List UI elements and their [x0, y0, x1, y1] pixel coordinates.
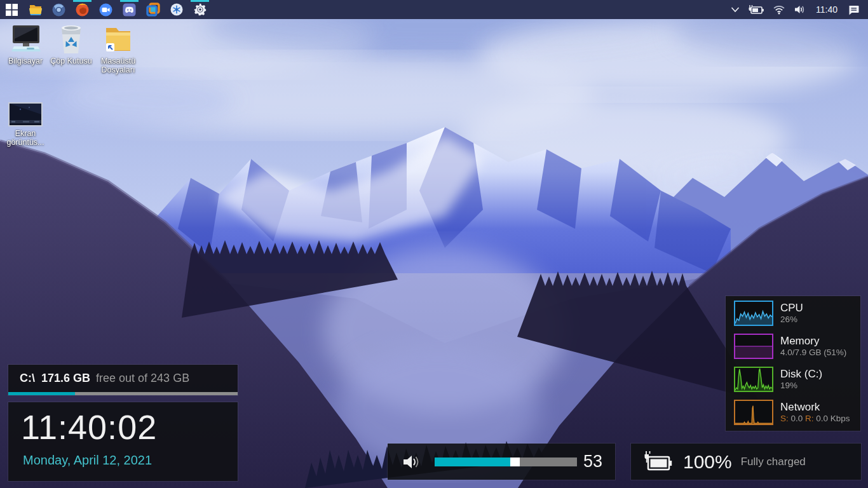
network-sent-value: 0.0	[789, 414, 805, 423]
screenshot-thumbnail-icon	[8, 102, 43, 127]
monitor-label: Disk (C:)	[780, 368, 822, 380]
monitor-label: Network	[780, 401, 850, 413]
monitor-value: 26%	[780, 314, 803, 325]
chromium-browser-icon	[52, 3, 65, 17]
memory-graph	[734, 334, 773, 359]
desktop-icon-desktop-files[interactable]: Masaüstü Dosyaları	[94, 23, 142, 74]
disk-widget[interactable]: C:\ 171.6 GB free out of 243 GB	[8, 365, 238, 395]
tray-battery-button[interactable]	[746, 0, 766, 19]
firefox-active-indicator	[73, 0, 92, 2]
monitor-label: CPU	[780, 302, 803, 314]
taskbar-pinned-apps	[0, 0, 212, 19]
vmware-icon	[146, 3, 160, 17]
desktop-icon-label: Bilgisayar	[8, 57, 43, 65]
action-center-icon	[848, 4, 860, 16]
tray-volume-button[interactable]	[792, 0, 808, 19]
tray-wifi-button[interactable]	[771, 0, 787, 19]
tray-time-label: 11:40	[816, 4, 837, 15]
disk-free-value: 171.6 GB	[41, 372, 90, 385]
volume-slider[interactable]	[435, 458, 577, 466]
disk-drive-label: C:\	[20, 372, 35, 385]
disk-usage-bar	[8, 392, 238, 395]
system-monitor-widget[interactable]: CPU 26% Memory 4.0/7.9 GB (51%) Disk (C:…	[726, 296, 860, 431]
speaker-icon	[402, 453, 421, 471]
disk-free-text: free out of 243 GB	[96, 372, 189, 385]
file-explorer-icon	[29, 3, 43, 16]
tray-clock[interactable]: 11:40	[812, 0, 841, 19]
zoom-button[interactable]	[94, 0, 118, 19]
tray-chevron-button[interactable]	[729, 0, 742, 19]
speaker-icon	[794, 4, 806, 15]
monitor-value-network: S: 0.0 R: 0.0 Kbps	[780, 413, 850, 424]
folder-shortcut-icon	[102, 24, 134, 55]
settings-active-indicator	[191, 0, 209, 2]
disk-bar-fill	[8, 392, 75, 395]
firefox-icon	[76, 3, 89, 17]
sphere-app-button[interactable]	[165, 0, 188, 19]
battery-status: Fully charged	[741, 456, 806, 468]
recycle-bin-icon	[57, 23, 85, 55]
monitor-row-network: Network S: 0.0 R: 0.0 Kbps	[726, 396, 860, 428]
desktop-icon-label: Çöp Kutusu	[50, 57, 92, 65]
vmware-button[interactable]	[141, 0, 165, 19]
volume-widget[interactable]: 53	[388, 444, 615, 480]
start-button[interactable]	[0, 0, 24, 19]
monitor-label: Memory	[780, 335, 846, 347]
discord-button[interactable]	[118, 0, 141, 19]
monitor-value: 19%	[780, 380, 822, 391]
disk-graph	[734, 367, 773, 392]
clock-widget[interactable]: 11:40:02 Monday, April 12, 2021	[8, 402, 238, 481]
volume-thumb[interactable]	[510, 458, 520, 466]
desktop: 11:40 Bilgisayar	[0, 0, 868, 488]
network-recv-value: 0.0 Kbps	[814, 414, 850, 423]
wifi-icon	[773, 4, 785, 15]
file-explorer-button[interactable]	[24, 0, 47, 19]
cpu-graph	[734, 301, 773, 326]
discord-icon	[123, 3, 136, 17]
monitor-row-memory: Memory 4.0/7.9 GB (51%)	[726, 330, 860, 362]
clock-time: 11:40:02	[21, 407, 157, 447]
taskbar: 11:40	[0, 0, 868, 19]
battery-percent: 100%	[683, 451, 732, 473]
volume-level: 53	[583, 452, 602, 471]
windows-logo-icon	[6, 4, 18, 16]
desktop-icon-computer[interactable]: Bilgisayar	[1, 23, 50, 65]
monitor-row-disk: Disk (C:) 19%	[726, 363, 860, 395]
chromium-browser-button[interactable]	[47, 0, 71, 19]
chevron-down-icon	[731, 6, 740, 13]
network-graph	[734, 400, 773, 425]
settings-button[interactable]	[188, 0, 212, 19]
sphere-app-icon	[170, 3, 183, 16]
gear-icon	[193, 3, 207, 17]
monitor-row-cpu: CPU 26%	[726, 297, 860, 329]
system-tray: 11:40	[729, 0, 868, 19]
desktop-icon-label: Ekran görüntüs...	[1, 129, 50, 147]
monitor-value: 4.0/7.9 GB (51%)	[780, 347, 846, 358]
battery-charging-icon	[748, 4, 764, 15]
action-center-button[interactable]	[846, 0, 862, 19]
computer-icon	[9, 24, 42, 55]
zoom-icon	[99, 3, 112, 17]
battery-charging-icon	[642, 450, 674, 474]
desktop-icon-label: Masaüstü Dosyaları	[94, 57, 142, 74]
volume-fill	[435, 458, 510, 466]
battery-widget[interactable]: 100% Fully charged	[631, 444, 861, 480]
network-sent-label: S:	[780, 414, 789, 423]
network-recv-label: R:	[805, 414, 814, 423]
desktop-icon-recycle-bin[interactable]: Çöp Kutusu	[47, 23, 95, 65]
firefox-button[interactable]	[71, 0, 94, 19]
desktop-icon-screenshot[interactable]: Ekran görüntüs...	[1, 95, 50, 147]
discord-active-indicator	[120, 0, 139, 2]
clock-date: Monday, April 12, 2021	[23, 453, 152, 468]
